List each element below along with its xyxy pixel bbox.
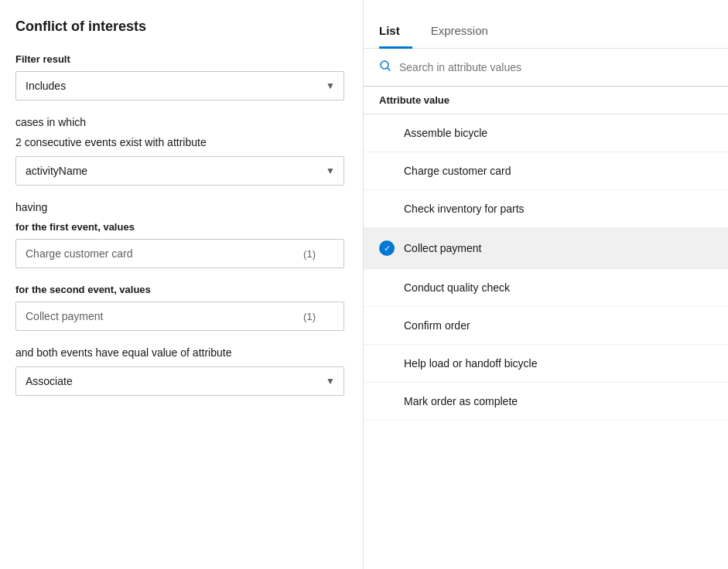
- first-event-value: Charge customer card: [26, 247, 133, 260]
- attribute-list-item[interactable]: Confirm order: [364, 307, 728, 345]
- search-icon: [379, 60, 391, 75]
- associate-select-wrapper: Associate Case ID Resource ▼: [15, 366, 344, 396]
- attribute-item-label: Conduct quality check: [404, 281, 510, 294]
- attribute-item-label: Check inventory for parts: [404, 203, 525, 215]
- attribute-item-label: Help load or handoff bicycle: [404, 357, 538, 370]
- attribute-list-item[interactable]: Mark order as complete: [364, 383, 728, 421]
- attribute-list-item[interactable]: Assemble bicycle: [364, 114, 728, 152]
- search-row: [364, 49, 728, 87]
- filter-select[interactable]: Includes Excludes: [15, 71, 344, 101]
- attribute-list: Assemble bicycleCharge customer cardChec…: [364, 114, 728, 569]
- associate-select[interactable]: Associate Case ID Resource: [15, 366, 344, 396]
- attribute-list-item[interactable]: ✓Collect payment: [364, 228, 728, 269]
- svg-line-1: [388, 68, 391, 71]
- tab-expression[interactable]: Expression: [431, 16, 501, 49]
- attribute-item-label: Mark order as complete: [404, 395, 518, 407]
- attribute-item-label: Collect payment: [404, 242, 481, 254]
- second-event-label: for the second event, values: [15, 284, 344, 295]
- filter-label: Filter result: [15, 53, 344, 65]
- left-panel: Conflict of interests Filter result Incl…: [0, 0, 364, 569]
- tabs-row: List Expression: [364, 15, 728, 49]
- cases-in-which-text: cases in which: [15, 116, 344, 128]
- filter-select-wrapper: Includes Excludes ▼: [15, 71, 344, 101]
- first-event-count: (1): [303, 248, 316, 260]
- attribute-item-label: Charge customer card: [404, 165, 511, 177]
- attribute-select-wrapper: activityName resource timestamp ▼: [15, 156, 344, 186]
- right-panel: List Expression Attribute value Assemble…: [364, 0, 728, 569]
- table-header: Attribute value: [364, 87, 728, 114]
- attribute-list-item[interactable]: Check inventory for parts: [364, 190, 728, 228]
- second-event-count: (1): [303, 311, 316, 322]
- second-event-value-box[interactable]: Collect payment (1): [15, 302, 344, 331]
- search-input[interactable]: [399, 61, 713, 73]
- attribute-list-item[interactable]: Conduct quality check: [364, 269, 728, 307]
- attribute-item-label: Confirm order: [404, 319, 470, 332]
- panel-title: Conflict of interests: [15, 19, 344, 35]
- attribute-item-label: Assemble bicycle: [404, 127, 487, 139]
- first-event-value-box[interactable]: Charge customer card (1): [15, 239, 344, 268]
- tab-list[interactable]: List: [379, 16, 412, 49]
- having-text: having: [15, 201, 344, 213]
- second-event-value: Collect payment: [26, 310, 103, 322]
- attribute-list-item[interactable]: Charge customer card: [364, 152, 728, 190]
- check-icon: ✓: [379, 240, 395, 256]
- equal-value-text: and both events have equal value of attr…: [15, 346, 344, 359]
- attribute-select[interactable]: activityName resource timestamp: [15, 156, 344, 186]
- attribute-list-item[interactable]: Help load or handoff bicycle: [364, 345, 728, 383]
- consecutive-text: 2 consecutive events exist with attribut…: [15, 136, 344, 148]
- first-event-label: for the first event, values: [15, 221, 344, 233]
